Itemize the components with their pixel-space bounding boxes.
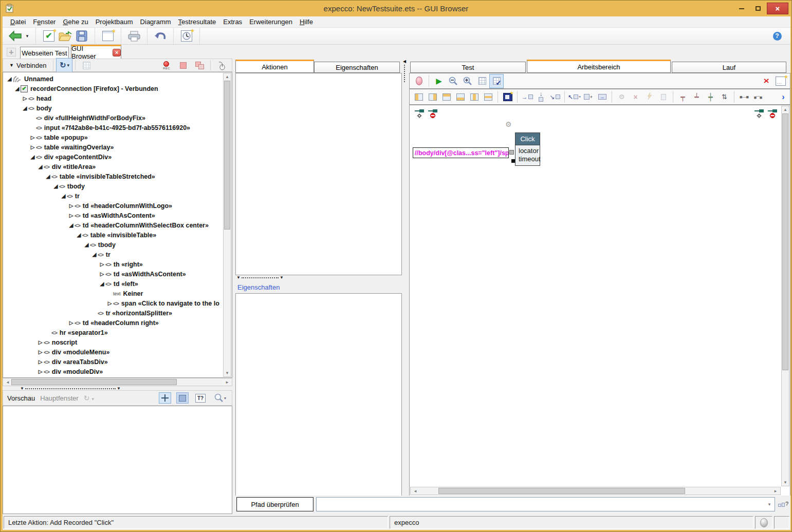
tree-node[interactable]: ◢✔recorderConnection [Firefox] - Verbund… <box>3 84 232 93</box>
delete-action-icon[interactable]: × <box>629 90 642 104</box>
menu-datei[interactable]: Datei <box>7 17 29 27</box>
delete-icon[interactable]: × <box>759 74 773 88</box>
tree-vertical-scrollbar[interactable]: ▴ ▾ <box>223 73 231 377</box>
new-sheet-icon[interactable]: ...★ <box>773 74 788 88</box>
tree-node[interactable]: ▷<>td «headerColumnWithLogo» <box>3 201 232 211</box>
combo-dropdown-icon[interactable]: ▾ <box>765 499 773 510</box>
tree-node[interactable]: <>tr «horizontalSplitter» <box>3 308 232 318</box>
components-icon[interactable] <box>78 58 95 72</box>
menu-diagramm[interactable]: Diagramm <box>137 17 175 27</box>
path-help-icon[interactable]: ? <box>778 500 788 509</box>
zoom-out-icon[interactable] <box>446 74 461 88</box>
tree-node[interactable]: ▷<>div «moduleDiv» <box>3 367 232 376</box>
close-tab-icon[interactable]: × <box>113 49 121 56</box>
pin-handle-move-icon[interactable] <box>415 108 425 121</box>
tree-node[interactable]: textKeiner <box>3 289 232 298</box>
expander-open[interactable]: ◢ <box>52 183 59 189</box>
gear-action-icon[interactable]: ⚙ <box>615 90 629 104</box>
zoom-in-icon[interactable] <box>461 74 475 88</box>
panel-collapse-handle[interactable]: ◀ <box>402 60 407 82</box>
tab-lauf[interactable]: Lauf <box>672 62 786 73</box>
expander-closed[interactable]: ▷ <box>37 359 44 365</box>
windows-copy-icon[interactable] <box>191 58 208 72</box>
expander-open[interactable]: ◢ <box>37 164 44 169</box>
expander-closed[interactable]: ▷ <box>106 300 113 306</box>
new-window-icon[interactable]: ★ <box>100 29 116 43</box>
rec-icon[interactable]: REC <box>158 58 175 72</box>
run-icon[interactable]: ▶ <box>432 74 446 88</box>
align-vcenter-icon[interactable] <box>481 90 495 104</box>
maximize-button[interactable] <box>750 3 766 14</box>
tree-node[interactable]: ◢<>table «invisibleTable» <box>3 230 232 240</box>
menu-projektbaum[interactable]: Projektbaum <box>92 17 137 27</box>
more-icon[interactable]: › <box>779 90 788 104</box>
align-hcenter-icon[interactable] <box>467 90 481 104</box>
back-icon[interactable] <box>7 29 24 43</box>
align-right-icon[interactable] <box>426 90 439 104</box>
tree-node[interactable]: ▷<>table «popup» <box>3 132 232 142</box>
tree-node[interactable]: ◢<>td «headerColumnWithSelectBox center» <box>3 220 232 230</box>
expander-closed[interactable]: ▷ <box>29 144 36 150</box>
pin-cycle-icon[interactable]: ⇅ <box>717 90 731 104</box>
pin-bottom-icon[interactable]: ┷ <box>690 90 704 104</box>
tree-node[interactable]: ◢<>div «pageContentDiv» <box>3 152 232 162</box>
back-dropdown-icon[interactable]: ▾ <box>24 29 31 43</box>
add-pin-icon[interactable]: ↖+ <box>567 90 581 104</box>
tree-node[interactable]: <>hr «separator1» <box>3 328 232 337</box>
link-step-icon[interactable]: ■—■ <box>751 90 765 104</box>
menu-erweiterungen[interactable]: Erweiterungen <box>246 17 296 27</box>
pin-handle-move-icon-2[interactable] <box>754 108 765 121</box>
tree-node[interactable]: ◢<>tr <box>3 191 232 201</box>
snap-grid-icon[interactable]: ✓ <box>489 74 504 88</box>
exec-action-icon[interactable] <box>642 90 656 104</box>
close-button[interactable]: × <box>767 3 788 14</box>
block-action-icon[interactable] <box>656 90 670 104</box>
canvas-horizontal-scrollbar[interactable]: ◂ ▸ <box>410 487 781 495</box>
canvas-vertical-scrollbar[interactable]: ▴ ▾ <box>781 106 789 486</box>
expander-open[interactable]: ◢ <box>22 105 28 111</box>
print-icon[interactable] <box>126 29 142 43</box>
undo-icon[interactable] <box>152 29 169 43</box>
pin-locator[interactable]: locator <box>519 147 540 155</box>
stop-icon[interactable] <box>175 58 191 72</box>
record-egg-icon[interactable] <box>412 74 426 88</box>
canvas-new-icon[interactable]: ★ <box>501 90 514 104</box>
align-left-icon[interactable] <box>412 90 426 104</box>
tree-node[interactable]: ▷<>span «Click to navigate to the lo <box>3 298 232 308</box>
pfad-ueberpruefen-button[interactable]: Pfad überprüfen <box>236 497 314 511</box>
link-horizontal-icon[interactable]: ■—■ <box>737 90 751 104</box>
expander-closed[interactable]: ▷ <box>68 213 75 218</box>
tab-gui-browser[interactable]: GUI Browser × <box>71 45 121 59</box>
tree-node[interactable]: ▷<>table «waitingOverlay» <box>3 142 232 152</box>
tree-node[interactable]: ◢<>td «left» <box>3 279 232 289</box>
pin-handle-forbid-icon[interactable] <box>428 108 438 121</box>
tab-test[interactable]: Test <box>410 62 526 73</box>
expander-open[interactable]: ◢ <box>99 281 105 287</box>
move-preview-icon[interactable] <box>159 392 171 404</box>
expander-closed[interactable]: ▷ <box>99 271 105 277</box>
pin-down-icon[interactable]: ↓ <box>534 90 548 104</box>
tree-node[interactable]: ◢<>table «invisibleTableStretched» <box>3 172 232 181</box>
locator-pin-connector[interactable] <box>509 150 514 155</box>
expander-closed[interactable]: ▷ <box>68 320 75 326</box>
gear-icon[interactable]: ⚙ <box>505 120 512 129</box>
tree-node[interactable]: ▷<>td «asWidthAsContent» <box>3 269 232 279</box>
grid-icon[interactable] <box>475 74 489 88</box>
menu-gehe-zu[interactable]: Gehe zu <box>59 17 91 27</box>
pin-top-icon[interactable]: ┯ <box>676 90 690 104</box>
expander-open[interactable]: ◢ <box>91 252 98 257</box>
open-folder-icon[interactable] <box>57 29 73 43</box>
text-inspect-icon[interactable]: T? <box>194 391 207 405</box>
magnifier-icon[interactable]: ▾ <box>212 391 228 405</box>
tree-node[interactable]: ▷<>td «asWidthAsContent» <box>3 211 232 220</box>
add-tab-icon[interactable]: + <box>7 48 16 56</box>
expander-closed[interactable]: ▷ <box>29 135 36 140</box>
tree-node[interactable]: ▷<>div «areaTabsDiv» <box>3 357 232 367</box>
expander-open[interactable]: ◢ <box>60 193 67 199</box>
expander-open[interactable]: ◢ <box>45 174 51 179</box>
tree-node[interactable]: ▷<>div «moduleMenu» <box>3 347 232 357</box>
menu-fenster[interactable]: Fenster <box>29 17 59 27</box>
tab-webseiten-test[interactable]: Webseiten Test <box>20 47 69 59</box>
tree-node[interactable]: ◢<>tr <box>3 250 232 259</box>
tree-node[interactable]: ▷<>noscript <box>3 337 232 347</box>
